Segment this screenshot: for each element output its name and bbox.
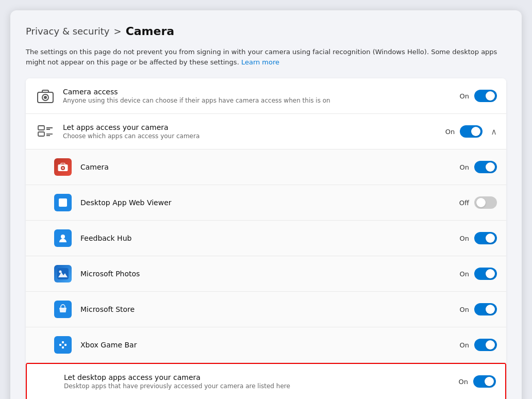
app-row-microsoft-photos: Microsoft Photos On xyxy=(26,256,506,292)
feedback-hub-info: Feedback Hub xyxy=(80,234,460,242)
let-apps-access-control: On ∧ xyxy=(445,125,497,138)
microsoft-photos-status: On xyxy=(460,270,469,278)
camera-access-status: On xyxy=(460,92,469,100)
microsoft-store-control: On xyxy=(460,303,497,315)
let-desktop-apps-info: Let desktop apps access your camera Desk… xyxy=(64,373,459,390)
camera-access-row: Camera access Anyone using this device c… xyxy=(26,78,506,114)
camera-app-control: On xyxy=(460,161,497,173)
microsoft-store-toggle[interactable] xyxy=(474,303,497,315)
desktop-web-viewer-control: Off xyxy=(459,196,497,209)
svg-rect-18 xyxy=(57,339,69,351)
camera-app-status: On xyxy=(460,163,469,171)
xbox-game-bar-icon xyxy=(53,335,73,355)
let-desktop-apps-title: Let desktop apps access your camera xyxy=(64,373,459,381)
let-apps-access-row: Let apps access your camera Choose which… xyxy=(26,114,506,149)
svg-rect-20 xyxy=(64,344,66,346)
xbox-game-bar-title: Xbox Game Bar xyxy=(80,341,460,349)
svg-rect-4 xyxy=(38,132,44,136)
camera-app-toggle[interactable] xyxy=(474,161,497,173)
app-row-camera: Camera On xyxy=(26,149,506,185)
let-desktop-apps-icon xyxy=(36,371,57,392)
desktop-web-viewer-title: Desktop App Web Viewer xyxy=(80,198,459,207)
breadcrumb-parent[interactable]: Privacy & security xyxy=(26,26,110,37)
app-row-desktop-web-viewer: Desktop App Web Viewer Off xyxy=(26,185,506,221)
svg-point-11 xyxy=(62,167,64,169)
let-apps-access-toggle[interactable] xyxy=(460,125,483,138)
desktop-web-viewer-status: Off xyxy=(459,199,469,207)
info-text: The settings on this page do not prevent… xyxy=(26,47,506,67)
camera-system-icon xyxy=(35,86,56,106)
camera-access-control: On xyxy=(460,90,497,102)
feedback-hub-status: On xyxy=(460,235,469,242)
camera-access-info: Camera access Anyone using this device c… xyxy=(63,88,460,104)
let-desktop-apps-status: On xyxy=(459,378,468,386)
feedback-hub-icon xyxy=(53,228,73,248)
learn-more-link[interactable]: Learn more xyxy=(241,58,279,66)
feedback-hub-toggle[interactable] xyxy=(474,232,497,244)
microsoft-store-title: Microsoft Store xyxy=(80,305,460,313)
camera-app-info: Camera xyxy=(80,163,460,171)
let-desktop-apps-control: On xyxy=(459,375,496,388)
let-desktop-apps-toggle[interactable] xyxy=(473,375,496,388)
feedback-hub-title: Feedback Hub xyxy=(80,234,460,242)
svg-point-13 xyxy=(61,235,65,239)
let-apps-access-info: Let apps access your camera Choose which… xyxy=(63,123,445,140)
microsoft-store-icon xyxy=(53,299,73,320)
svg-rect-12 xyxy=(59,198,67,207)
camera-access-title: Camera access xyxy=(63,88,460,96)
camera-access-toggle-thumb xyxy=(486,91,495,101)
svg-rect-3 xyxy=(38,126,44,130)
let-apps-access-subtitle: Choose which apps can access your camera xyxy=(63,132,445,140)
settings-window: Privacy & security > Camera The settings… xyxy=(10,10,522,399)
svg-rect-22 xyxy=(62,346,64,348)
app-row-xbox-game-bar: Xbox Game Bar On xyxy=(26,327,506,363)
microsoft-photos-title: Microsoft Photos xyxy=(80,270,460,278)
svg-point-16 xyxy=(59,271,62,273)
let-apps-access-status: On xyxy=(445,128,455,136)
microsoft-photos-icon xyxy=(53,263,73,284)
camera-access-toggle[interactable] xyxy=(474,90,497,102)
breadcrumb-separator: > xyxy=(114,26,122,37)
breadcrumb: Privacy & security > Camera xyxy=(26,25,506,38)
microsoft-photos-toggle[interactable] xyxy=(474,268,497,280)
let-desktop-apps-row: Let desktop apps access your camera Desk… xyxy=(27,364,505,399)
breadcrumb-current: Camera xyxy=(126,25,175,38)
xbox-game-bar-toggle[interactable] xyxy=(474,339,497,351)
settings-card: Camera access Anyone using this device c… xyxy=(26,78,506,399)
microsoft-photos-control: On xyxy=(460,268,497,280)
desktop-web-viewer-toggle[interactable] xyxy=(474,196,497,209)
xbox-game-bar-control: On xyxy=(460,339,497,351)
svg-rect-19 xyxy=(59,344,61,346)
let-apps-access-toggle-thumb xyxy=(471,127,480,136)
app-row-microsoft-store: Microsoft Store On xyxy=(26,292,506,327)
camera-app-icon xyxy=(53,157,73,177)
xbox-game-bar-info: Xbox Game Bar xyxy=(80,341,460,349)
let-apps-access-chevron[interactable]: ∧ xyxy=(491,127,497,137)
app-row-feedback-hub: Feedback Hub On xyxy=(26,221,506,256)
microsoft-store-status: On xyxy=(460,306,469,313)
microsoft-photos-info: Microsoft Photos xyxy=(80,270,460,278)
desktop-web-viewer-info: Desktop App Web Viewer xyxy=(80,198,459,207)
let-desktop-apps-subtitle: Desktop apps that have previously access… xyxy=(64,383,459,390)
microsoft-store-info: Microsoft Store xyxy=(80,305,460,313)
desktop-web-viewer-icon xyxy=(53,192,73,213)
camera-access-subtitle: Anyone using this device can choose if t… xyxy=(63,97,460,104)
feedback-hub-control: On xyxy=(460,232,497,244)
let-apps-access-title: Let apps access your camera xyxy=(63,123,445,131)
svg-rect-21 xyxy=(62,341,64,343)
camera-app-title: Camera xyxy=(80,163,460,171)
xbox-game-bar-status: On xyxy=(460,341,469,349)
svg-point-2 xyxy=(44,96,47,99)
desktop-apps-section: Let desktop apps access your camera Desk… xyxy=(26,363,506,399)
svg-rect-14 xyxy=(57,268,69,279)
apps-icon xyxy=(35,121,56,142)
